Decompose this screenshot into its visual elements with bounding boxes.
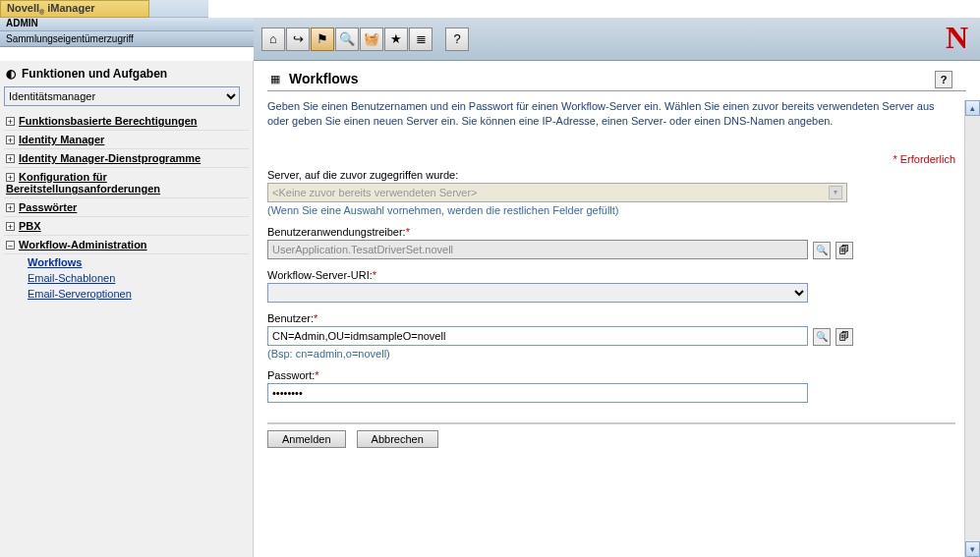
history-icon[interactable]: 🗐	[836, 328, 853, 346]
history-icon[interactable]: 🗐	[836, 242, 853, 259]
button-bar: Anmelden Abbrechen	[267, 422, 955, 448]
chevron-down-icon: ▾	[829, 186, 842, 199]
star-icon[interactable]: ★	[384, 28, 408, 51]
tree-item-label[interactable]: PBX	[19, 220, 41, 232]
tree-item[interactable]: +Passwörter	[4, 198, 249, 217]
content-header: ▦ Workflows	[267, 71, 966, 91]
tree-item-label[interactable]: Workflow-Administration	[19, 239, 147, 251]
tree-item[interactable]: −Workflow-Administration	[4, 236, 249, 254]
help-button[interactable]: ?	[935, 71, 952, 88]
scrollbar[interactable]: ▴ ▾	[964, 100, 980, 557]
scrollbar-track[interactable]	[965, 116, 980, 541]
tree-item-label[interactable]: Identity Manager	[19, 134, 104, 145]
expand-icon[interactable]: +	[6, 117, 15, 126]
sidebar-title: ◐ Funktionen und Aufgaben	[4, 67, 249, 81]
tree-item-label[interactable]: Konfiguration für Bereitstellungsanforde…	[6, 171, 160, 195]
collapse-icon[interactable]: −	[6, 241, 15, 250]
role-select[interactable]: Identitätsmanager	[4, 86, 240, 106]
flag-icon[interactable]: ⚑	[311, 28, 334, 51]
sidebar: ◐ Funktionen und Aufgaben Identitätsmana…	[0, 61, 254, 557]
basket-icon[interactable]: 🧺	[360, 28, 383, 51]
toolbar: ⌂↪⚑🔍🧺★≣? N	[254, 18, 980, 61]
driver-input	[267, 240, 808, 259]
field-uri: Workflow-Server-URI:*	[267, 269, 966, 303]
page-title: Workflows	[289, 71, 359, 86]
scroll-down-icon[interactable]: ▾	[965, 541, 980, 557]
field-driver: Benutzeranwendungstreiber:* 🔍 🗐	[267, 226, 966, 259]
tree-child-link[interactable]: Workflows	[28, 254, 249, 270]
expand-icon[interactable]: +	[6, 154, 15, 163]
home-icon[interactable]: ⌂	[261, 28, 285, 51]
uri-select[interactable]	[267, 283, 808, 303]
password-input[interactable]	[267, 383, 808, 403]
list-icon[interactable]: ≣	[409, 28, 432, 51]
brand-bar: Novell® iManager	[0, 0, 149, 18]
tree-item-label[interactable]: Passwörter	[19, 201, 77, 213]
intro-text: Geben Sie einen Benutzernamen und ein Pa…	[267, 99, 936, 130]
cancel-button[interactable]: Abbrechen	[357, 430, 438, 448]
tree-item-label[interactable]: Funktionsbasierte Berechtigungen	[19, 115, 198, 127]
tree-child-link[interactable]: Email-Serveroptionen	[28, 286, 249, 302]
tree-child-link[interactable]: Email-Schablonen	[28, 270, 249, 286]
search-icon[interactable]: 🔍	[335, 28, 359, 51]
admin-label: ADMIN	[0, 18, 254, 31]
expand-icon[interactable]: +	[6, 203, 15, 212]
browse-icon[interactable]: 🔍	[813, 328, 831, 346]
tree-item[interactable]: +Identity Manager-Dienstprogramme	[4, 149, 249, 168]
prev-server-select[interactable]: <Keine zuvor bereits verwendeten Server>…	[267, 183, 847, 202]
scroll-up-icon[interactable]: ▴	[965, 100, 980, 116]
expand-icon[interactable]: +	[6, 173, 15, 182]
expand-icon[interactable]: +	[6, 136, 15, 144]
help-icon[interactable]: ?	[445, 28, 469, 51]
required-note: * Erforderlich	[267, 153, 955, 165]
user-input[interactable]	[267, 326, 808, 346]
tasks-icon: ◐	[4, 68, 18, 80]
novell-logo: N	[946, 20, 968, 56]
tree-item[interactable]: +Konfiguration für Bereitstellungsanford…	[4, 168, 249, 198]
expand-icon[interactable]: +	[6, 222, 15, 231]
browse-icon[interactable]: 🔍	[813, 242, 831, 259]
tree-item[interactable]: +Identity Manager	[4, 131, 249, 149]
field-prev-server: Server, auf die zuvor zugegriffen wurde:…	[267, 169, 966, 216]
field-password: Passwort:*	[267, 369, 966, 403]
tree-item[interactable]: +Funktionsbasierte Berechtigungen	[4, 112, 249, 131]
tree-item-label[interactable]: Identity Manager-Dienstprogramme	[19, 152, 201, 164]
tree-item[interactable]: +PBX	[4, 217, 249, 236]
field-user: Benutzer:* 🔍 🗐 (Bsp: cn=admin,o=novell)	[267, 312, 966, 360]
exit-icon[interactable]: ↪	[286, 28, 310, 51]
brand-curve	[149, 0, 208, 18]
scope-label: Sammlungseigentümerzugriff	[0, 31, 254, 47]
submit-button[interactable]: Anmelden	[267, 430, 346, 448]
content-area: ▦ Workflows ? ▴ ▾ Geben Sie einen Benutz…	[254, 61, 980, 557]
workflow-icon: ▦	[267, 71, 283, 86]
